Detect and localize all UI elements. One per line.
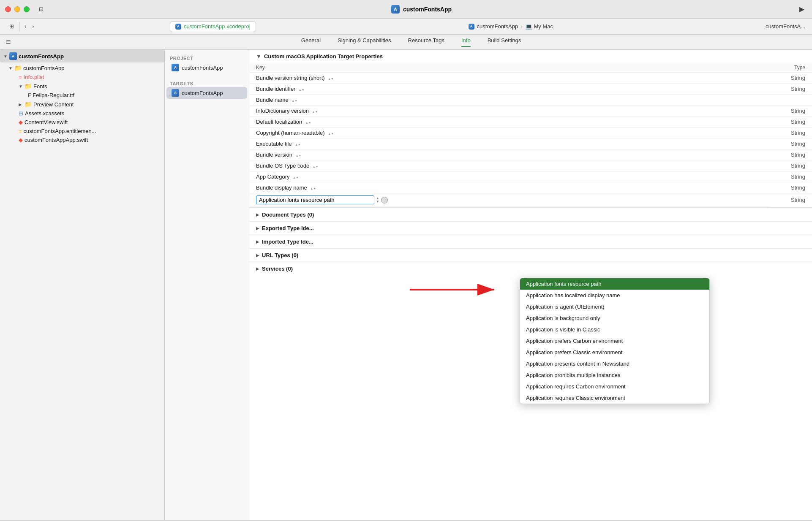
key-cell: Default localization ▲▼ (249, 117, 770, 128)
assets-icon: ⊞ (19, 110, 23, 117)
dropdown-item-5[interactable]: Application prefers Carbon environment (520, 335, 709, 347)
type-column-header: Type (770, 63, 812, 73)
sidebar-item-previewcontent[interactable]: ▶ 📁 Preview Content (0, 100, 164, 109)
preview-expand: ▶ (19, 102, 25, 107)
table-row[interactable]: Bundle identifier ▲▼ String (249, 84, 812, 95)
key-cell: Copyright (human-readable) ▲▼ (249, 128, 770, 138)
section-title: Custom macOS Application Target Properti… (264, 53, 383, 60)
dropdown-item-7[interactable]: Application presents content in Newsstan… (520, 358, 709, 369)
inner-project-item[interactable]: A customFontsApp (166, 62, 247, 73)
tab-resourcetags[interactable]: Resource Tags (408, 37, 444, 47)
project-section-label: PROJECT (165, 53, 249, 62)
active-tab-label: customFontsApp.xcodeproj (184, 23, 251, 30)
table-row[interactable]: InfoDictionary version ▲▼ String (249, 106, 812, 117)
sidebar-item-felipa[interactable]: F Felipa-Regular.ttf (0, 91, 164, 100)
inner-target-label: customFontsApp (182, 90, 223, 96)
table-row[interactable]: Executable file ▲▼ String (249, 138, 812, 149)
inspector-toggle[interactable]: ☰ (3, 37, 14, 47)
back-button[interactable]: ‹ (22, 22, 29, 31)
sidebar-item-assets[interactable]: ⊞ Assets.xcassets (0, 109, 164, 118)
table-row[interactable]: App Category ▲▼ String (249, 171, 812, 182)
tab-info[interactable]: Info (461, 37, 471, 47)
breadcrumb-appname: customFontsA... (766, 23, 809, 30)
item-contentview-label: ContentView.swift (25, 119, 68, 125)
row-stepper: ▲▼ (305, 121, 311, 124)
tab-general[interactable]: General (301, 37, 321, 47)
type-cell: String (770, 73, 812, 84)
collapse-arrow: ▶ (256, 266, 259, 271)
row-stepper: ▲▼ (299, 88, 305, 91)
table-row[interactable]: Bundle version string (short) ▲▼ String (249, 73, 812, 84)
dropdown-item-8[interactable]: Application prohibits multiple instances (520, 369, 709, 381)
minimize-button[interactable] (14, 6, 20, 12)
dropdown-item-6[interactable]: Application prefers Classic environment (520, 347, 709, 358)
inner-sidebar: PROJECT A customFontsApp TARGETS A custo… (165, 50, 249, 520)
type-cell: String (770, 160, 812, 171)
table-row[interactable]: Copyright (human-readable) ▲▼ String (249, 128, 812, 138)
sidebar-item-infoplist[interactable]: ≡ Info.plist (0, 73, 164, 81)
close-button[interactable] (5, 6, 11, 12)
dropdown-item-2[interactable]: Application is agent (UIElement) (520, 301, 709, 312)
table-row[interactable]: Bundle version ▲▼ String (249, 149, 812, 160)
stepper-icon[interactable]: ▲▼ (376, 197, 379, 204)
key-cell: Bundle name ▲▼ (249, 95, 770, 106)
collapsed-section-exported-type[interactable]: ▶ Exported Type Ide... (249, 221, 812, 235)
collapsed-section-imported-type[interactable]: ▶ Imported Type Ide... (249, 235, 812, 248)
sidebar-root-item[interactable]: ▼ A customFontsApp (0, 50, 164, 62)
run-button[interactable]: ▶ (797, 3, 807, 15)
table-row[interactable]: Default localization ▲▼ String (249, 117, 812, 128)
item-felipa-label: Felipa-Regular.ttf (33, 92, 74, 98)
key-cell: Bundle identifier ▲▼ (249, 84, 770, 95)
file-navigator: ▼ A customFontsApp ▼ 📁 customFontsApp ≡ … (0, 50, 165, 520)
dropdown-item-0[interactable]: Application fonts resource path (520, 278, 709, 290)
table-row[interactable]: Bundle name ▲▼ (249, 95, 812, 106)
row-stepper: ▲▼ (295, 143, 301, 146)
app-title: customFontsApp (403, 6, 452, 13)
table-row[interactable]: Bundle OS Type code ▲▼ String (249, 160, 812, 171)
forward-button[interactable]: › (30, 22, 36, 31)
dropdown-item-4[interactable]: Application is visible in Classic (520, 324, 709, 335)
key-cell: Bundle display name ▲▼ (249, 182, 770, 193)
fullscreen-button[interactable] (24, 6, 30, 12)
type-cell: String (770, 128, 812, 138)
dropdown-item-10[interactable]: Application requires Classic environment (520, 392, 709, 404)
collapsed-label: URL Types (0) (262, 252, 298, 258)
row-stepper: ▲▼ (312, 110, 318, 113)
dropdown-item-1[interactable]: Application has localized display name (520, 290, 709, 301)
swift-icon2: ◆ (19, 137, 23, 143)
sidebar-toggle-button[interactable]: ⊡ (36, 4, 46, 14)
type-cell: String (770, 171, 812, 182)
breadcrumb-icon: A (469, 24, 474, 30)
collapsed-section-services[interactable]: ▶ Services (0) (249, 262, 812, 275)
type-cell: String (770, 106, 812, 117)
row-stepper: ▲▼ (328, 132, 334, 135)
sidebar-item-customfontsapp-group[interactable]: ▼ 📁 customFontsApp (0, 63, 164, 73)
dropdown-item-9[interactable]: Application requires Carbon environment (520, 381, 709, 392)
table-row-editing: ▲▼ − String (249, 193, 812, 207)
preview-folder-icon: 📁 (25, 101, 32, 108)
tab-signing[interactable]: Signing & Capabilities (338, 37, 391, 47)
tab-buildsettings[interactable]: Build Settings (488, 37, 521, 47)
remove-row-button[interactable]: − (381, 197, 388, 204)
tree-items: ▼ 📁 customFontsApp ≡ Info.plist ▼ 📁 Font… (0, 62, 164, 145)
collapsed-section-document-types[interactable]: ▶ Document Types (0) (249, 208, 812, 221)
file-tab-icon: A (175, 24, 181, 30)
inner-target-item[interactable]: A customFontsApp (166, 87, 247, 99)
collapsed-section-url-types[interactable]: ▶ URL Types (0) (249, 248, 812, 262)
sidebar-item-contentview[interactable]: ◆ ContentView.swift (0, 118, 164, 127)
type-cell: String (770, 138, 812, 149)
sidebar-item-fonts-folder[interactable]: ▼ 📁 Fonts (0, 81, 164, 91)
item-customfontsapp-label: customFontsApp (23, 65, 65, 71)
properties-table: Key Type Bundle version string (short) ▲… (249, 63, 812, 207)
sidebar-item-entitlements[interactable]: ≡ customFontsApp.entitlemen... (0, 127, 164, 136)
item-infoplist-label: Info.plist (24, 74, 44, 80)
type-cell: String (770, 117, 812, 128)
key-cell: App Category ▲▼ (249, 171, 770, 182)
table-row[interactable]: Bundle display name ▲▼ String (249, 182, 812, 193)
key-input-field[interactable] (256, 195, 374, 204)
collapsed-sections: ▶ Document Types (0) ▶ Exported Type Ide… (249, 207, 812, 275)
dropdown-item-3[interactable]: Application is background only (520, 312, 709, 324)
section-header[interactable]: ▼ Custom macOS Application Target Proper… (249, 50, 812, 63)
toolbar-grid-button[interactable]: ⊞ (7, 22, 16, 31)
sidebar-item-appswift[interactable]: ◆ customFontsAppApp.swift (0, 136, 164, 144)
